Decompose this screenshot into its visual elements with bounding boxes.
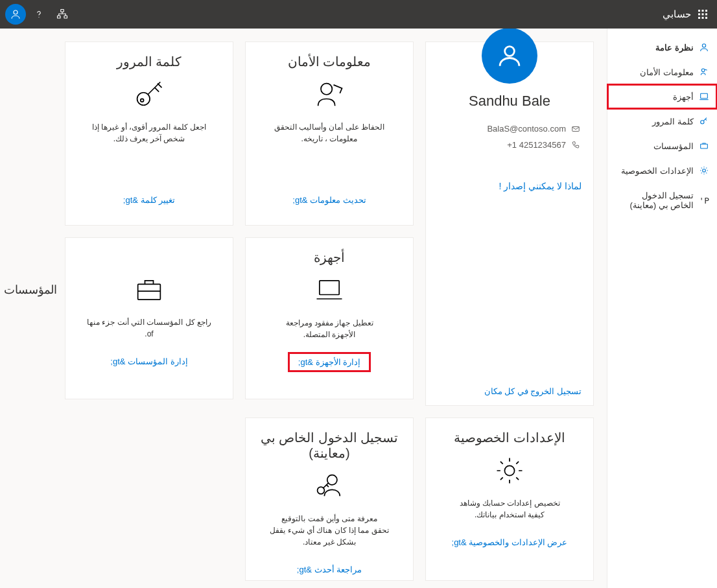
card-title: أجهزة xyxy=(314,250,345,265)
sitemap-icon[interactable] xyxy=(52,4,73,25)
svg-point-14 xyxy=(702,44,705,47)
svg-point-15 xyxy=(701,69,705,72)
mail-icon xyxy=(571,124,580,134)
gear-icon xyxy=(493,453,526,488)
sidebar-item-label: معلومات الأمان xyxy=(640,67,694,77)
svg-rect-8 xyxy=(705,17,707,19)
topbar: حسابي xyxy=(0,0,717,29)
card-description: الحفاظ على أمان وأساليب التحقق معلومات ،… xyxy=(265,121,394,145)
sidebar-item-label: أجهزة xyxy=(673,92,694,102)
view-privacy-settings-link[interactable]: عرض الإعدادات والخصوصية &gt; xyxy=(443,534,577,551)
card-title: الإعدادات الخصوصية xyxy=(454,430,565,445)
card-description: معرفة متى وأين قمت بالتوقيع تحقق مما إذا… xyxy=(256,513,403,548)
svg-rect-16 xyxy=(701,93,708,98)
sidebar-item-privacy[interactable]: الإعدادات الخصوصية xyxy=(607,158,717,183)
card-description: تخصيص إعدادات حسابك وشاهد كيفية استخدام … xyxy=(451,497,569,521)
svg-rect-3 xyxy=(698,14,700,16)
svg-rect-7 xyxy=(702,17,704,19)
profile-email: BalaS@contoso.com xyxy=(487,124,566,134)
my-signins-card: تسجيل الدخول الخاص بي (معاينة) معرفة متى… xyxy=(245,417,414,581)
card-description: تعطيل جهاز مفقود ومراجعة الأجهزة المتصلة… xyxy=(277,317,382,340)
svg-point-20 xyxy=(505,47,515,56)
security-icon xyxy=(312,77,346,112)
key-icon xyxy=(132,77,166,112)
svg-rect-5 xyxy=(705,14,707,16)
svg-point-13 xyxy=(14,10,18,14)
card-description: اجعل كلمة المرور أقوى، أو غيرها إذا شخص … xyxy=(83,121,215,145)
svg-point-17 xyxy=(701,121,704,124)
card-title: تسجيل الدخول الخاص بي (معاينة) xyxy=(256,430,403,461)
organizations-card: . راجع كل المؤسسات التي أنت جزء منها of.… xyxy=(65,237,233,399)
card-title: معلومات الأمان xyxy=(288,54,371,69)
sidebar-item-devices[interactable]: أجهزة xyxy=(607,84,717,109)
svg-rect-25 xyxy=(320,280,339,294)
sidebar-item-label: المؤسسات xyxy=(653,141,694,151)
svg-point-12 xyxy=(38,17,39,18)
sidebar-item-overview[interactable]: نظرة عامة xyxy=(607,35,717,60)
security-info-card: معلومات الأمان الحفاظ على أمان وأساليب ا… xyxy=(245,41,414,226)
profile-phone: +1 4251234567 xyxy=(507,140,566,150)
svg-rect-18 xyxy=(701,144,708,148)
sign-out-everywhere-link[interactable]: تسجيل الخروج في كل مكان xyxy=(426,377,593,405)
sidebar-item-security[interactable]: معلومات الأمان xyxy=(607,60,717,84)
main-content: Sandhu Bale BalaS@contoso.com +1 4251234… xyxy=(0,29,607,588)
user-key-icon xyxy=(312,469,346,504)
sidebar: نظرة عامة معلومات الأمان أجهزة كلمة المر… xyxy=(607,29,717,588)
svg-point-22 xyxy=(321,84,332,95)
sidebar-item-my-signins[interactable]: P' تسجيل الدخول الخاص بي (معاينة) xyxy=(607,188,717,213)
svg-point-24 xyxy=(141,99,144,102)
sidebar-item-label: تسجيل الدخول الخاص بي (معاينة) xyxy=(617,191,694,210)
card-title: كلمة المرور xyxy=(117,54,182,69)
waffle-icon[interactable] xyxy=(694,5,712,23)
profile-name: Sandhu Bale xyxy=(469,93,550,110)
svg-rect-6 xyxy=(698,17,700,19)
svg-rect-10 xyxy=(58,16,61,18)
sidebar-item-label: نظرة عامة xyxy=(655,43,694,53)
profile-card: Sandhu Bale BalaS@contoso.com +1 4251234… xyxy=(425,41,594,406)
card-description: راجع كل المؤسسات التي أنت جزء منها of. xyxy=(76,316,222,340)
profile-avatar xyxy=(482,29,537,84)
brand-title: حسابي xyxy=(663,8,691,20)
sidebar-item-label: كلمة المرور xyxy=(652,117,694,126)
profile-phone-row: +1 4251234567 xyxy=(507,140,580,150)
account-avatar-button[interactable] xyxy=(5,4,26,25)
organizations-stray-heading: المؤسسات xyxy=(4,283,57,297)
update-security-info-link[interactable]: تحديث معلومات &gt; xyxy=(283,191,375,209)
privacy-card: الإعدادات الخصوصية تخصيص إعدادات حسابك و… xyxy=(425,417,594,581)
devices-card: أجهزة تعطيل جهاز مفقود ومراجعة الأجهزة ا… xyxy=(245,237,414,399)
profile-email-row: BalaS@contoso.com xyxy=(487,124,580,134)
svg-rect-1 xyxy=(702,10,704,12)
sidebar-item-organizations[interactable]: المؤسسات xyxy=(607,134,717,158)
manage-devices-link[interactable]: إدارة الأجهزة &gt; xyxy=(289,353,370,371)
svg-rect-2 xyxy=(705,10,707,12)
phone-icon xyxy=(571,141,580,150)
why-cant-edit-link[interactable]: لماذا لا يمكنني إصدار ! xyxy=(426,181,593,191)
svg-rect-11 xyxy=(64,16,67,18)
svg-point-19 xyxy=(703,169,706,172)
manage-organizations-link[interactable]: إدارة المؤسسات &gt; xyxy=(101,353,196,370)
sidebar-item-password[interactable]: كلمة المرور xyxy=(607,109,717,134)
svg-point-27 xyxy=(504,465,514,475)
change-password-link[interactable]: تغيير كلمة &gt; xyxy=(114,191,184,209)
svg-rect-21 xyxy=(572,126,580,131)
svg-rect-4 xyxy=(702,14,704,16)
svg-rect-0 xyxy=(698,10,700,12)
svg-rect-26 xyxy=(138,284,161,300)
briefcase-icon xyxy=(132,272,166,307)
svg-rect-9 xyxy=(61,10,64,12)
sidebar-item-label: الإعدادات الخصوصية xyxy=(621,166,694,176)
review-signins-link[interactable]: مراجعة أحدث &gt; xyxy=(288,561,371,578)
password-card: كلمة المرور اجعل كلمة المرور أقوى، أو غي… xyxy=(65,41,233,226)
help-icon[interactable] xyxy=(29,4,49,25)
prompt-icon: P' xyxy=(699,196,709,206)
laptop-icon xyxy=(312,273,346,308)
